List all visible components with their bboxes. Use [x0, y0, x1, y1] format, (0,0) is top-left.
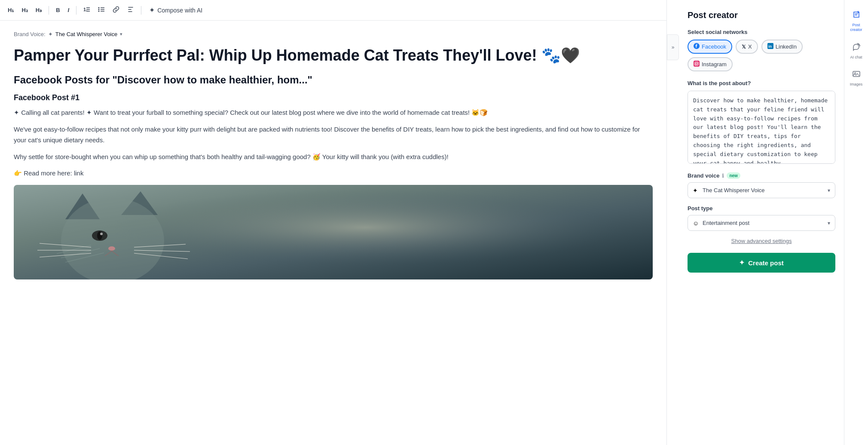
- brand-voice-select-wrapper: ✦ The Cat Whisperer Voice ▾: [688, 182, 835, 198]
- svg-point-36: [854, 73, 856, 74]
- linkedin-chip[interactable]: in LinkedIn: [761, 40, 803, 54]
- brand-voice-field-label: Brand voice ℹ new: [688, 172, 835, 179]
- bold-button[interactable]: B: [53, 5, 62, 15]
- brand-voice-info-icon[interactable]: ℹ: [722, 173, 724, 179]
- brand-voice-name: The Cat Whisperer Voice: [55, 31, 118, 37]
- about-textarea[interactable]: [688, 91, 835, 164]
- h3-button[interactable]: H₃: [33, 5, 44, 15]
- post-body-1[interactable]: ✦ Calling all cat parents! ✦ Want to tre…: [14, 107, 653, 118]
- svg-point-27: [108, 246, 115, 251]
- about-label: What is the post about?: [688, 80, 835, 86]
- post-image: [14, 185, 653, 279]
- create-post-icon: ✦: [739, 259, 745, 267]
- post-type-select-wrapper: ☺ Entertainment post Informational post …: [688, 215, 835, 231]
- brand-voice-badge: new: [727, 172, 740, 179]
- post-number[interactable]: Facebook Post #1: [14, 93, 653, 102]
- post-body-4[interactable]: 👉 Read more here: link: [14, 168, 653, 179]
- brand-voice-chevron-icon[interactable]: ▾: [120, 31, 122, 37]
- instagram-icon: [694, 61, 700, 68]
- svg-point-5: [98, 9, 100, 10]
- post-creator-icon: [852, 10, 861, 21]
- collapse-toggle[interactable]: »: [667, 34, 679, 60]
- unordered-list-button[interactable]: [95, 4, 107, 16]
- toolbar-divider-3: [141, 6, 141, 15]
- post-title[interactable]: Pamper Your Purrfect Pal: Whip Up Homema…: [14, 46, 653, 64]
- editor-container: H₁ H₂ H₃ B I 1.: [0, 0, 667, 445]
- facebook-label: Facebook: [702, 43, 726, 50]
- h2-button[interactable]: H₂: [19, 5, 30, 15]
- h1-button[interactable]: H₁: [5, 5, 16, 15]
- create-post-label: Create post: [748, 259, 784, 267]
- post-type-field: Post type ☺ Entertainment post Informati…: [688, 205, 835, 231]
- images-icon: [852, 70, 861, 80]
- linkedin-label: LinkedIn: [776, 43, 797, 50]
- side-icon-ai-chat[interactable]: AI chat: [846, 39, 867, 63]
- svg-point-6: [98, 11, 100, 12]
- post-creator-panel: Post creator Select social networks Face…: [679, 0, 844, 445]
- link-button[interactable]: [110, 4, 122, 16]
- facebook-chip[interactable]: Facebook: [688, 40, 732, 54]
- post-body-3[interactable]: Why settle for store-bought when you can…: [14, 152, 653, 163]
- svg-point-34: [698, 62, 698, 62]
- brand-voice-bar: Brand Voice: ✦ The Cat Whisperer Voice ▾: [14, 31, 653, 37]
- advanced-settings-link[interactable]: Show advanced settings: [688, 238, 835, 244]
- side-icon-post-creator[interactable]: Post creator: [846, 7, 867, 36]
- toolbar-divider-2: [76, 6, 76, 15]
- twitter-chip[interactable]: 𝕏 X: [736, 40, 758, 54]
- create-post-button[interactable]: ✦ Create post: [688, 253, 835, 273]
- post-body-2[interactable]: We've got easy-to-follow recipes that no…: [14, 124, 653, 146]
- post-type-select[interactable]: Entertainment post Informational post Pr…: [688, 215, 835, 231]
- brand-voice-select[interactable]: The Cat Whisperer Voice: [688, 182, 835, 198]
- brand-voice-icon: ✦: [48, 31, 53, 37]
- svg-rect-31: [694, 61, 700, 67]
- twitter-icon: 𝕏: [742, 44, 746, 50]
- svg-point-25: [97, 231, 102, 240]
- facebook-icon: [694, 43, 700, 50]
- ordered-list-button[interactable]: 1.: [81, 4, 93, 16]
- ai-chat-icon: [852, 43, 861, 53]
- collapse-icon: »: [672, 44, 675, 50]
- twitter-label: X: [748, 43, 752, 50]
- instagram-chip[interactable]: Instagram: [688, 57, 733, 71]
- social-networks: Facebook 𝕏 X in LinkedIn: [688, 40, 835, 71]
- right-panel: Post creator Select social networks Face…: [679, 0, 868, 445]
- select-networks-label: Select social networks: [688, 29, 835, 35]
- post-type-field-label: Post type: [688, 205, 835, 212]
- side-icons-panel: Post creator AI chat Images: [844, 0, 868, 445]
- side-icon-images[interactable]: Images: [846, 66, 867, 90]
- svg-point-26: [100, 233, 103, 235]
- panel-title: Post creator: [688, 10, 835, 20]
- compose-ai-label: Compose with AI: [157, 7, 202, 14]
- svg-text:in: in: [768, 44, 772, 49]
- svg-point-4: [98, 7, 100, 9]
- toolbar-divider-1: [49, 6, 49, 15]
- linkedin-icon: in: [767, 43, 773, 50]
- side-icon-ai-chat-label: AI chat: [850, 55, 862, 60]
- brand-voice-label: Brand Voice:: [14, 31, 46, 37]
- italic-button[interactable]: I: [65, 5, 72, 15]
- format-button[interactable]: [125, 4, 137, 16]
- side-icon-images-label: Images: [850, 82, 863, 87]
- post-subtitle[interactable]: Facebook Posts for "Discover how to make…: [14, 73, 653, 86]
- brand-voice-field: Brand voice ℹ new ✦ The Cat Whisperer Vo…: [688, 172, 835, 198]
- editor-content[interactable]: Brand Voice: ✦ The Cat Whisperer Voice ▾…: [0, 21, 666, 445]
- compose-ai-button[interactable]: ✦ Compose with AI: [146, 4, 206, 16]
- compose-ai-icon: ✦: [149, 6, 155, 14]
- side-icon-post-creator-label: Post creator: [848, 23, 865, 32]
- instagram-label: Instagram: [702, 61, 727, 68]
- toolbar: H₁ H₂ H₃ B I 1.: [0, 0, 666, 21]
